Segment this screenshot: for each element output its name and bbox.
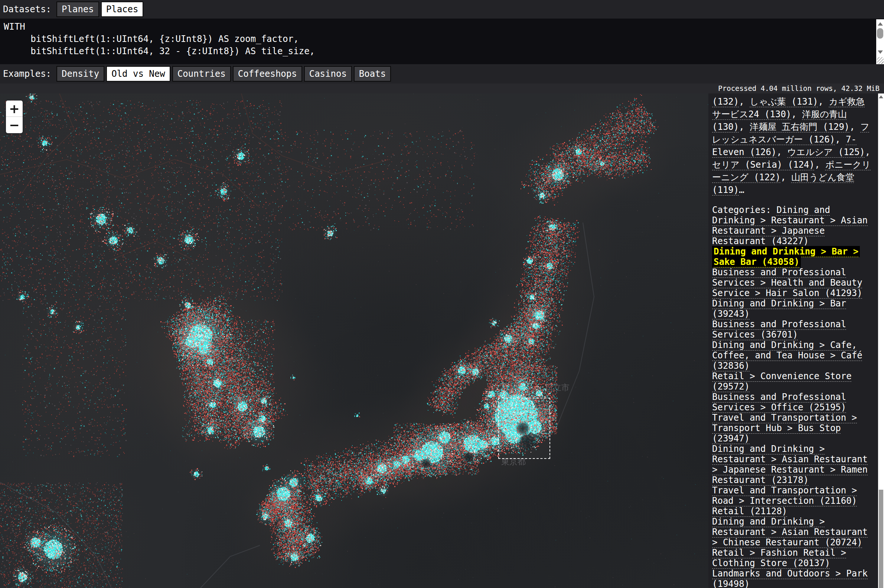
- example-button-boats[interactable]: Boats: [354, 66, 391, 82]
- sidebar-scrollbar[interactable]: [878, 93, 884, 588]
- sql-editor[interactable]: WITH bitShiftLeft(1::UInt64, {z:UInt8}) …: [0, 18, 884, 64]
- scroll-down-icon[interactable]: [878, 51, 883, 54]
- sidebar-scrollbar-thumb[interactable]: [879, 490, 883, 588]
- category-link[interactable]: Dining and Drinking > Cafe, Coffee, and …: [712, 340, 863, 371]
- examples-bar: Examples: DensityOld vs NewCountriesCoff…: [0, 64, 884, 84]
- zoom-out-button[interactable]: −: [6, 117, 23, 133]
- category-link[interactable]: Business and Professional Services (3670…: [712, 319, 846, 340]
- sql-scrollbar-thumb[interactable]: [877, 28, 883, 39]
- sql-code[interactable]: WITH bitShiftLeft(1::UInt64, {z:UInt8}) …: [0, 18, 884, 60]
- category-link[interactable]: Travel and Transportation > Road > Inter…: [712, 485, 857, 506]
- name-link[interactable]: (132): [712, 96, 739, 107]
- status-bar: Processed 4.04 million rows, 42.32 MiB: [0, 84, 884, 93]
- datasets-bar: Datasets: PlanesPlaces: [0, 0, 884, 18]
- category-link[interactable]: Retail (21128): [712, 506, 787, 516]
- name-link[interactable]: 洋麺屋 五右衛門 (129): [750, 122, 849, 132]
- category-link[interactable]: Dining and Drinking > Bar (39243): [712, 298, 846, 319]
- dataset-button-places[interactable]: Places: [101, 2, 144, 17]
- examples-buttons: DensityOld vs NewCountriesCoffeeshopsCas…: [56, 66, 393, 82]
- categories-list: Categories: Dining and Drinking > Restau…: [712, 205, 872, 588]
- zoom-control: + −: [6, 100, 23, 133]
- example-button-coffeeshops[interactable]: Coffeeshops: [233, 66, 302, 82]
- sql-scrollbar[interactable]: [876, 19, 884, 64]
- scroll-up-icon[interactable]: [878, 22, 883, 26]
- category-link[interactable]: Business and Professional Services > Off…: [712, 392, 846, 412]
- category-link[interactable]: Travel and Transportation > Transport Hu…: [712, 412, 857, 444]
- examples-label: Examples:: [3, 69, 51, 79]
- example-button-casinos[interactable]: Casinos: [304, 66, 352, 82]
- category-link[interactable]: Dining and Drinking > Restaurant > Asian…: [712, 516, 867, 548]
- category-link[interactable]: Retail > Fashion Retail > Clothing Store…: [712, 548, 846, 568]
- dataset-button-planes[interactable]: Planes: [56, 2, 99, 17]
- category-link[interactable]: Dining and Drinking > Restaurant > Asian…: [712, 444, 867, 485]
- category-link-highlighted[interactable]: Dining and Drinking > Bar > Sake Bar (43…: [712, 246, 860, 267]
- name-link[interactable]: しゃぶ葉 (131): [750, 96, 818, 107]
- map-selection-rect: [498, 398, 550, 459]
- example-button-countries[interactable]: Countries: [172, 66, 231, 82]
- example-button-density[interactable]: Density: [56, 66, 104, 82]
- zoom-in-button[interactable]: +: [6, 100, 23, 117]
- category-link[interactable]: Retail > Convenience Store (29572): [712, 371, 852, 392]
- resize-grip-icon[interactable]: [877, 57, 884, 64]
- categories-label: Categories:: [712, 205, 776, 215]
- map[interactable]: + − (132), しゃぶ葉 (131), カギ救急サービス24 (130),…: [0, 93, 884, 588]
- category-link[interactable]: Landmarks and Outdoors > Park (19498): [712, 568, 867, 588]
- example-button-old-vs-new[interactable]: Old vs New: [106, 66, 170, 82]
- datasets-label: Datasets:: [3, 4, 51, 15]
- category-link[interactable]: Business and Professional Services > Hea…: [712, 267, 863, 298]
- name-link[interactable]: ウエルシア (125): [787, 147, 865, 157]
- name-link[interactable]: セリア (Seria) (124): [712, 159, 815, 170]
- results-sidebar: (132), しゃぶ葉 (131), カギ救急サービス24 (130), 洋服の…: [708, 93, 878, 588]
- top-names-list: (132), しゃぶ葉 (131), カギ救急サービス24 (130), 洋服の…: [712, 95, 872, 196]
- scroll-up-icon[interactable]: [879, 95, 883, 98]
- datasets-buttons: PlanesPlaces: [56, 2, 145, 17]
